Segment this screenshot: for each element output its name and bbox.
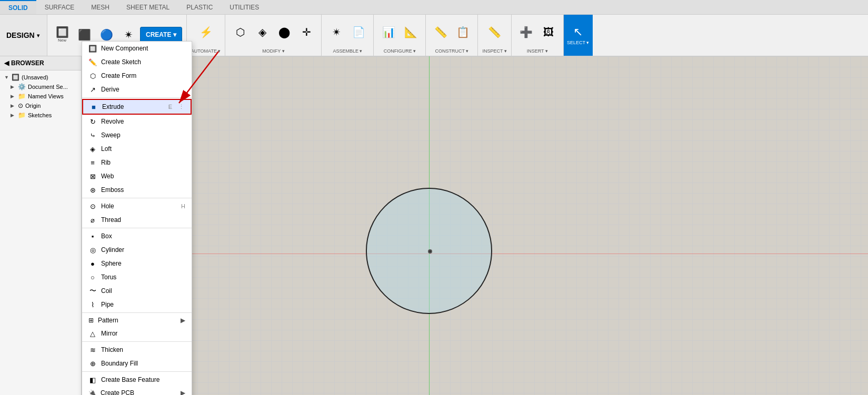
tab-surface[interactable]: SURFACE xyxy=(36,0,83,14)
sweep-menu-label: Sweep xyxy=(101,131,185,139)
menu-create-sketch[interactable]: ✏️ Create Sketch xyxy=(82,55,192,69)
tab-bar: SOLID SURFACE MESH SHEET METAL PLASTIC U… xyxy=(0,0,868,15)
tab-mesh[interactable]: MESH xyxy=(83,0,118,14)
insert-label: INSERT ▾ xyxy=(527,47,548,54)
assemble-btn-1[interactable]: ✴ xyxy=(326,21,347,44)
emboss-menu-icon: ⊛ xyxy=(88,186,97,194)
docs-label: Document Se... xyxy=(28,84,77,90)
configure-icon-2: 📐 xyxy=(404,26,417,38)
menu-thread[interactable]: ⌀ Thread xyxy=(82,213,192,227)
menu-create-base-feature[interactable]: ◧ Create Base Feature xyxy=(82,373,192,387)
pattern-menu-label: Pattern xyxy=(98,317,176,324)
separator-1 xyxy=(82,97,192,98)
insert-btn-1[interactable]: ➕ xyxy=(516,21,537,44)
create-dropdown-menu: 🔲 New Component ✏️ Create Sketch ⬡ Creat… xyxy=(82,41,192,395)
modify-btn-3[interactable]: ⬤ xyxy=(274,21,295,44)
menu-pattern[interactable]: ⊞ Pattern ▶ xyxy=(82,314,192,327)
expand-icon-root: ▼ xyxy=(4,75,9,80)
tree-item-origin[interactable]: ▶ ⊙ Origin xyxy=(2,101,79,110)
create-pcb-icon: 🔌 xyxy=(88,389,96,395)
automate-label: AUTOMATE ▾ xyxy=(191,47,221,54)
menu-boundary-fill[interactable]: ⊕ Boundary Fill xyxy=(82,357,192,370)
new-component-btn[interactable]: 🔲 New xyxy=(52,23,73,46)
origin-label: Origin xyxy=(25,103,77,109)
tree-item-root[interactable]: ▼ 🔲 (Unsaved) xyxy=(2,73,79,82)
menu-rib[interactable]: ≡ Rib xyxy=(82,156,192,169)
tree-item-docs[interactable]: ▶ ⚙️ Document Se... xyxy=(2,82,79,92)
sketches-label: Sketches xyxy=(28,112,77,118)
construct-btn-2[interactable]: 📋 xyxy=(452,21,473,44)
menu-torus[interactable]: ○ Torus xyxy=(82,270,192,284)
menu-hole[interactable]: ⊙ Hole H xyxy=(82,199,192,213)
assemble-label: ASSEMBLE ▾ xyxy=(333,47,362,54)
menu-mirror[interactable]: △ Mirror xyxy=(82,327,192,340)
tree-item-sketches[interactable]: ▶ 📁 Sketches xyxy=(2,110,79,120)
new-component-menu-label: New Component xyxy=(101,45,185,52)
hole-menu-icon: ⊙ xyxy=(88,202,97,210)
modify-btn-1[interactable]: ⬡ xyxy=(230,21,251,44)
design-label: DESIGN xyxy=(6,31,35,39)
menu-sphere[interactable]: ● Sphere xyxy=(82,257,192,270)
menu-loft[interactable]: ◈ Loft xyxy=(82,142,192,156)
pipe-menu-icon: ⌇ xyxy=(88,300,97,309)
box-menu-label: Box xyxy=(101,232,185,240)
derive-menu-icon: ↗ xyxy=(88,85,97,94)
expand-icon-sketches: ▶ xyxy=(11,113,16,118)
automate-icon: ⚡ xyxy=(199,26,213,38)
configure-label: CONFIGURE ▾ xyxy=(384,47,416,54)
automate-icon-btn[interactable]: ⚡ xyxy=(195,21,216,44)
select-group[interactable]: ↖ SELECT ▾ xyxy=(564,15,593,56)
modify-icon-1: ⬡ xyxy=(236,26,245,38)
assemble-icons: ✴ 📄 xyxy=(326,17,369,47)
menu-create-form[interactable]: ⬡ Create Form xyxy=(82,69,192,83)
menu-pipe[interactable]: ⌇ Pipe xyxy=(82,298,192,311)
design-chevron-icon: ▾ xyxy=(37,33,39,38)
extrude-menu-icon: ■ xyxy=(89,103,98,111)
menu-sweep[interactable]: ⤷ Sweep xyxy=(82,128,192,142)
menu-coil[interactable]: 〜 Coil xyxy=(82,284,192,298)
menu-cylinder[interactable]: ◎ Cylinder xyxy=(82,243,192,257)
menu-derive[interactable]: ↗ Derive xyxy=(82,83,192,96)
menu-box[interactable]: ▪ Box xyxy=(82,229,192,243)
tab-plastic[interactable]: PLASTIC xyxy=(178,0,221,14)
sphere-menu-label: Sphere xyxy=(101,260,185,267)
menu-extrude[interactable]: ■ Extrude E ⋮ xyxy=(82,99,192,115)
inspect-btn-1[interactable]: 📏 xyxy=(484,21,505,44)
configure-btn-1[interactable]: 📊 xyxy=(378,21,399,44)
menu-web[interactable]: ⊠ Web xyxy=(82,169,192,183)
create-dropdown-btn[interactable]: CREATE ▾ xyxy=(140,27,182,43)
menu-new-component[interactable]: 🔲 New Component xyxy=(82,42,192,55)
insert-icons: ➕ 🖼 xyxy=(516,17,559,47)
inspect-icons: 📏 xyxy=(484,17,505,47)
insert-btn-2[interactable]: 🖼 xyxy=(538,21,559,44)
tab-solid[interactable]: SOLID xyxy=(0,0,36,14)
thread-menu-icon: ⌀ xyxy=(88,216,97,224)
tree-item-named[interactable]: ▶ 📁 Named Views xyxy=(2,92,79,101)
menu-emboss[interactable]: ⊛ Emboss xyxy=(82,183,192,197)
menu-revolve[interactable]: ↻ Revolve xyxy=(82,115,192,128)
create-form-menu-icon: ⬡ xyxy=(88,72,97,80)
design-button[interactable]: DESIGN ▾ xyxy=(0,15,47,56)
hole-key: H xyxy=(181,203,185,209)
revolve-menu-icon: ↻ xyxy=(88,117,97,126)
modify-btn-4[interactable]: ✛ xyxy=(296,21,317,44)
sphere-menu-icon: ● xyxy=(88,259,97,268)
loft-menu-icon: ◈ xyxy=(88,145,97,153)
assemble-btn-2[interactable]: 📄 xyxy=(348,21,369,44)
tab-sheet-metal[interactable]: SHEET METAL xyxy=(118,0,178,14)
sweep-menu-icon: ⤷ xyxy=(88,131,97,139)
configure-btn-2[interactable]: 📐 xyxy=(400,21,421,44)
thicken-menu-icon: ≋ xyxy=(88,346,97,354)
inspect-group: 📏 INSPECT ▾ xyxy=(478,15,511,56)
extrude-more-icon[interactable]: ⋮ xyxy=(178,104,184,110)
modify-btn-2[interactable]: ◈ xyxy=(252,21,273,44)
tab-utilities[interactable]: UTILITIES xyxy=(221,0,267,14)
construct-btn-1[interactable]: 📏 xyxy=(430,21,451,44)
pipe-menu-label: Pipe xyxy=(101,301,185,308)
sketches-icon: 📁 xyxy=(18,112,26,119)
sidebar-nav-back[interactable]: ◀ xyxy=(4,59,9,67)
menu-create-pcb[interactable]: 🔌 Create PCB ▶ xyxy=(82,387,192,395)
boundary-fill-menu-label: Boundary Fill xyxy=(101,360,185,367)
menu-thicken[interactable]: ≋ Thicken xyxy=(82,343,192,357)
viewport[interactable] xyxy=(82,56,868,395)
